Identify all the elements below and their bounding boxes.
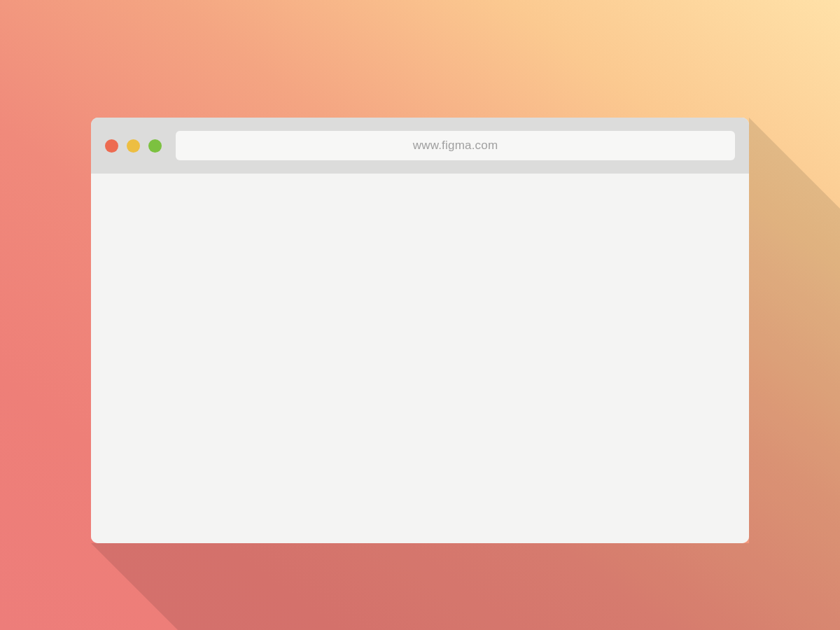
browser-title-bar: www.figma.com (91, 118, 749, 174)
maximize-icon[interactable] (148, 139, 162, 153)
minimize-icon[interactable] (127, 139, 140, 153)
traffic-lights (105, 139, 162, 153)
browser-window: www.figma.com (91, 118, 749, 543)
address-bar[interactable]: www.figma.com (176, 131, 735, 160)
browser-viewport (91, 174, 749, 543)
address-bar-text: www.figma.com (413, 139, 498, 153)
close-icon[interactable] (105, 139, 118, 153)
